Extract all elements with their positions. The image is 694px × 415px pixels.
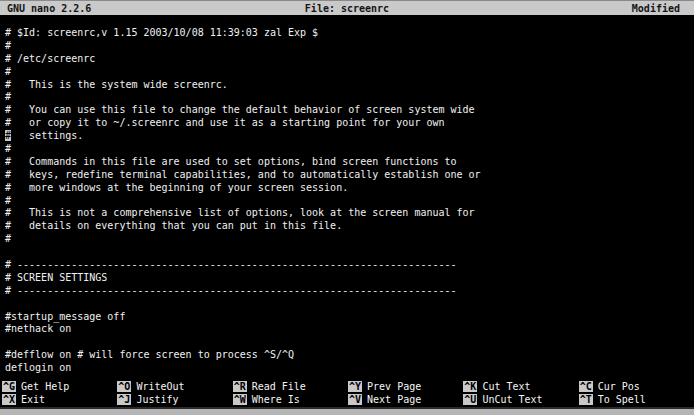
shortcut-label: UnCut Text [482,394,542,405]
shortcut-label: Where Is [252,394,300,405]
editor-area[interactable]: # $Id: screenrc,v 1.15 2003/10/08 11:39:… [5,27,694,375]
shortcut-label: Exit [21,394,45,405]
shortcut-key-badge: ^R [233,381,247,392]
title-bar: GNU nano 2.2.6 File: screenrc Modified [0,0,694,15]
shortcut-next-page[interactable]: ^VNext Page [348,393,463,406]
editor-line[interactable]: # [5,195,694,208]
editor-line[interactable] [5,336,694,349]
file-name-label: File: screenrc [305,3,389,14]
editor-line[interactable]: # or copy it to ~/.screenrc and use it a… [5,117,694,130]
shortcut-key-badge: ^O [117,381,131,392]
editor-line[interactable]: # This is not a comprehensive list of op… [5,207,694,220]
app-version-label: GNU nano 2.2.6 [0,3,305,14]
text-cursor: # [5,130,11,141]
editor-line[interactable]: # [5,143,694,156]
shortcut-prev-page[interactable]: ^YPrev Page [348,380,463,393]
editor-line[interactable]: deflogin on [5,362,694,375]
editor-line[interactable]: # /etc/screenrc [5,53,694,66]
shortcut-key-badge: ^V [348,394,362,405]
editor-line[interactable]: # [5,40,694,53]
window-edge [0,407,694,415]
shortcut-writeout[interactable]: ^OWriteOut [117,380,232,393]
editor-line[interactable]: # [5,233,694,246]
shortcut-get-help[interactable]: ^GGet Help [2,380,117,393]
editor-line[interactable]: # settings. [5,130,694,143]
shortcut-key-badge: ^X [2,394,16,405]
shortcut-where-is[interactable]: ^WWhere Is [233,393,348,406]
editor-line[interactable]: # This is the system wide screenrc. [5,79,694,92]
shortcut-bar: ^GGet Help^OWriteOut^RRead File^YPrev Pa… [2,380,694,407]
shortcut-label: WriteOut [136,381,184,392]
shortcut-key-badge: ^T [579,394,593,405]
shortcut-cut-text[interactable]: ^KCut Text [463,380,578,393]
editor-line[interactable] [5,298,694,311]
shortcut-label: Cur Pos [598,381,640,392]
shortcut-exit[interactable]: ^XExit [2,393,117,406]
editor-line[interactable]: #defflow on # will force screen to proce… [5,349,694,362]
shortcut-label: To Spell [598,394,646,405]
shortcut-label: Get Help [21,381,69,392]
shortcut-key-badge: ^K [463,381,477,392]
editor-line[interactable]: # $Id: screenrc,v 1.15 2003/10/08 11:39:… [5,27,694,40]
editor-line[interactable] [5,246,694,259]
shortcut-label: Read File [252,381,306,392]
shortcut-to-spell[interactable]: ^TTo Spell [579,393,694,406]
shortcut-cur-pos[interactable]: ^CCur Pos [579,380,694,393]
editor-line[interactable]: # You can use this file to change the de… [5,104,694,117]
shortcut-key-badge: ^J [117,394,131,405]
editor-line[interactable]: # SCREEN SETTINGS [5,272,694,285]
editor-line[interactable]: # --------------------------------------… [5,259,694,272]
shortcut-key-badge: ^W [233,394,247,405]
shortcut-label: Prev Page [367,381,421,392]
shortcut-row: ^XExit^JJustify^WWhere Is^VNext Page^UUn… [2,393,694,406]
editor-line[interactable]: # Commands in this file are used to set … [5,156,694,169]
modified-badge: Modified [389,3,694,14]
editor-line[interactable]: # [5,91,694,104]
editor-line[interactable]: # --------------------------------------… [5,285,694,298]
editor-line[interactable]: # keys, redefine terminal capabilities, … [5,169,694,182]
editor-line[interactable]: # details on everything that you can put… [5,220,694,233]
editor-line[interactable]: # [5,66,694,79]
shortcut-key-badge: ^C [579,381,593,392]
shortcut-label: Next Page [367,394,421,405]
shortcut-uncut-text[interactable]: ^UUnCut Text [463,393,578,406]
shortcut-justify[interactable]: ^JJustify [117,393,232,406]
shortcut-row: ^GGet Help^OWriteOut^RRead File^YPrev Pa… [2,380,694,393]
shortcut-label: Cut Text [482,381,530,392]
editor-line[interactable]: # more windows at the beginning of your … [5,182,694,195]
editor-line[interactable]: #startup_message off [5,311,694,324]
shortcut-label: Justify [136,394,178,405]
shortcut-key-badge: ^Y [348,381,362,392]
shortcut-key-badge: ^G [2,381,16,392]
terminal-window: GNU nano 2.2.6 File: screenrc Modified #… [0,0,694,415]
editor-line[interactable]: #nethack on [5,323,694,336]
shortcut-key-badge: ^U [463,394,477,405]
shortcut-read-file[interactable]: ^RRead File [233,380,348,393]
